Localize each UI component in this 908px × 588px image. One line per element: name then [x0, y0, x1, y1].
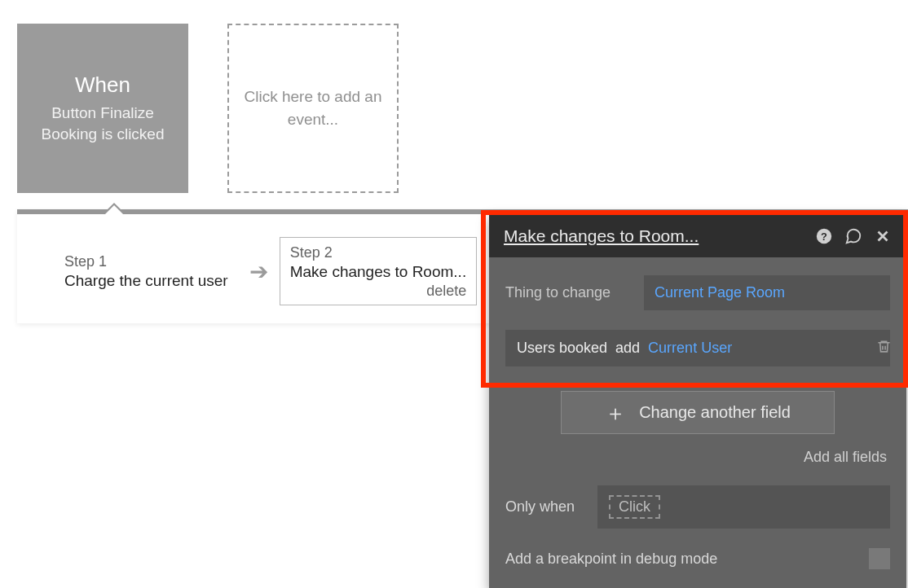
add-event-label: Click here to add an event...: [244, 86, 382, 130]
step-label: Step 2: [290, 244, 467, 261]
field-op: add: [615, 340, 640, 357]
step-label: Step 1: [64, 253, 228, 270]
only-when-placeholder: Click: [609, 495, 660, 519]
close-icon[interactable]: [874, 227, 892, 245]
only-when-row: Only when Click: [505, 485, 890, 529]
comment-icon[interactable]: [844, 227, 862, 245]
trash-icon[interactable]: [876, 339, 892, 358]
field-value[interactable]: Current User: [648, 340, 732, 357]
breakpoint-checkbox[interactable]: [869, 548, 890, 569]
action-property-panel: Make changes to Room... ? Thing to chang…: [489, 215, 906, 588]
workflow-step-2[interactable]: Step 2 Make changes to Room... delete: [280, 237, 478, 305]
thing-to-change-value[interactable]: Current Page Room: [644, 275, 890, 310]
change-another-field-button[interactable]: ＋ Change another field: [561, 391, 835, 434]
panel-title: Make changes to Room...: [504, 226, 804, 246]
step-desc: Charge the current user: [64, 272, 228, 290]
arrow-right-icon: ➔: [249, 258, 268, 285]
breakpoint-row: Add a breakpoint in debug mode: [505, 548, 890, 582]
thing-to-change-label: Thing to change: [505, 284, 628, 301]
step-desc: Make changes to Room...: [290, 263, 467, 281]
only-when-label: Only when: [505, 498, 575, 516]
event-trigger-desc: Button Finalize Booking is clicked: [33, 103, 172, 144]
workflow-step-1[interactable]: Step 1 Charge the current user: [55, 248, 238, 295]
connector-arrow-icon: [103, 203, 126, 214]
help-icon[interactable]: ?: [815, 227, 833, 245]
event-trigger-title: When: [75, 72, 130, 98]
add-all-fields-link[interactable]: Add all fields: [505, 441, 890, 485]
field-change-row[interactable]: Users booked add Current User: [505, 330, 890, 366]
svg-text:?: ?: [821, 230, 827, 243]
panel-header[interactable]: Make changes to Room... ?: [489, 215, 906, 257]
change-another-label: Change another field: [639, 403, 791, 422]
only-when-input[interactable]: Click: [597, 485, 890, 529]
add-event-placeholder[interactable]: Click here to add an event...: [227, 24, 399, 193]
field-name: Users booked: [517, 340, 607, 357]
delete-step-link[interactable]: delete: [290, 283, 467, 300]
breakpoint-label: Add a breakpoint in debug mode: [505, 551, 717, 568]
event-trigger-block[interactable]: When Button Finalize Booking is clicked: [17, 24, 188, 193]
thing-to-change-row: Thing to change Current Page Room: [505, 275, 890, 310]
